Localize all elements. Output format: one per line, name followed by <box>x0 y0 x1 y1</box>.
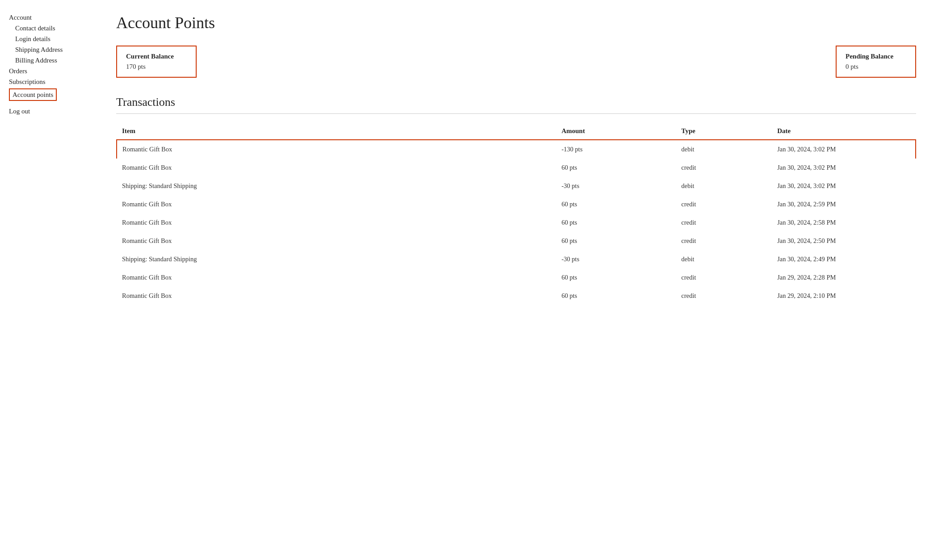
col-header-type: Type <box>676 123 772 140</box>
cell-type: credit <box>676 268 772 287</box>
cell-type: debit <box>676 140 772 159</box>
cell-amount: 60 pts <box>556 213 676 232</box>
page-title: Account Points <box>116 13 916 32</box>
cell-amount: 60 pts <box>556 232 676 250</box>
table-row: Romantic Gift Box60 ptscreditJan 30, 202… <box>117 159 916 177</box>
cell-item: Romantic Gift Box <box>117 287 556 305</box>
cell-amount: -130 pts <box>556 140 676 159</box>
cell-date: Jan 30, 2024, 3:02 PM <box>772 159 916 177</box>
transactions-divider <box>116 113 916 114</box>
cell-item: Romantic Gift Box <box>117 232 556 250</box>
cell-item: Romantic Gift Box <box>117 159 556 177</box>
sidebar-item-logout[interactable]: Log out <box>9 108 30 115</box>
cell-item: Romantic Gift Box <box>117 195 556 213</box>
col-header-date: Date <box>772 123 916 140</box>
cell-item: Romantic Gift Box <box>117 140 556 159</box>
cell-item: Romantic Gift Box <box>117 213 556 232</box>
table-row: Shipping: Standard Shipping-30 ptsdebitJ… <box>117 177 916 195</box>
transactions-section: Transactions Item Amount Type Date Roman… <box>116 96 916 305</box>
main-content: Account Points Current Balance 170 pts P… <box>98 13 934 547</box>
table-row: Romantic Gift Box60 ptscreditJan 29, 202… <box>117 287 916 305</box>
cell-date: Jan 30, 2024, 2:50 PM <box>772 232 916 250</box>
pending-balance-card: Pending Balance 0 pts <box>836 46 916 78</box>
sidebar-item-contact-details[interactable]: Contact details <box>15 25 55 32</box>
cell-amount: 60 pts <box>556 195 676 213</box>
cell-date: Jan 30, 2024, 3:02 PM <box>772 177 916 195</box>
pending-balance-label: Pending Balance <box>846 53 906 60</box>
cell-type: credit <box>676 213 772 232</box>
current-balance-label: Current Balance <box>126 53 187 60</box>
sidebar-item-shipping-address[interactable]: Shipping Address <box>15 46 63 53</box>
current-balance-card: Current Balance 170 pts <box>116 46 197 78</box>
cell-amount: 60 pts <box>556 287 676 305</box>
cell-item: Shipping: Standard Shipping <box>117 250 556 268</box>
sidebar: Account Contact details Login details Sh… <box>0 13 98 547</box>
table-row: Romantic Gift Box-130 ptsdebitJan 30, 20… <box>117 140 916 159</box>
table-row: Romantic Gift Box60 ptscreditJan 29, 202… <box>117 268 916 287</box>
cell-type: credit <box>676 232 772 250</box>
table-row: Shipping: Standard Shipping-30 ptsdebitJ… <box>117 250 916 268</box>
cell-type: debit <box>676 250 772 268</box>
table-row: Romantic Gift Box60 ptscreditJan 30, 202… <box>117 232 916 250</box>
transactions-title: Transactions <box>116 96 916 109</box>
cell-amount: 60 pts <box>556 268 676 287</box>
sidebar-item-login-details[interactable]: Login details <box>15 35 50 42</box>
current-balance-value: 170 pts <box>126 63 187 71</box>
cell-date: Jan 30, 2024, 2:58 PM <box>772 213 916 232</box>
sidebar-item-account[interactable]: Account <box>9 14 32 21</box>
sidebar-item-orders[interactable]: Orders <box>9 67 27 75</box>
sidebar-item-billing-address[interactable]: Billing Address <box>15 57 57 64</box>
cell-date: Jan 29, 2024, 2:28 PM <box>772 268 916 287</box>
balance-row: Current Balance 170 pts Pending Balance … <box>116 46 916 78</box>
cell-type: debit <box>676 177 772 195</box>
cell-date: Jan 30, 2024, 2:49 PM <box>772 250 916 268</box>
cell-date: Jan 29, 2024, 2:10 PM <box>772 287 916 305</box>
cell-type: credit <box>676 159 772 177</box>
table-row: Romantic Gift Box60 ptscreditJan 30, 202… <box>117 213 916 232</box>
transactions-table: Item Amount Type Date Romantic Gift Box-… <box>116 123 916 305</box>
cell-amount: 60 pts <box>556 159 676 177</box>
cell-item: Shipping: Standard Shipping <box>117 177 556 195</box>
sidebar-item-subscriptions[interactable]: Subscriptions <box>9 78 46 85</box>
cell-item: Romantic Gift Box <box>117 268 556 287</box>
col-header-item: Item <box>117 123 556 140</box>
cell-date: Jan 30, 2024, 2:59 PM <box>772 195 916 213</box>
cell-type: credit <box>676 287 772 305</box>
col-header-amount: Amount <box>556 123 676 140</box>
sidebar-item-account-points[interactable]: Account points <box>13 91 53 98</box>
pending-balance-value: 0 pts <box>846 63 906 71</box>
cell-amount: -30 pts <box>556 250 676 268</box>
table-row: Romantic Gift Box60 ptscreditJan 30, 202… <box>117 195 916 213</box>
cell-date: Jan 30, 2024, 3:02 PM <box>772 140 916 159</box>
cell-type: credit <box>676 195 772 213</box>
cell-amount: -30 pts <box>556 177 676 195</box>
